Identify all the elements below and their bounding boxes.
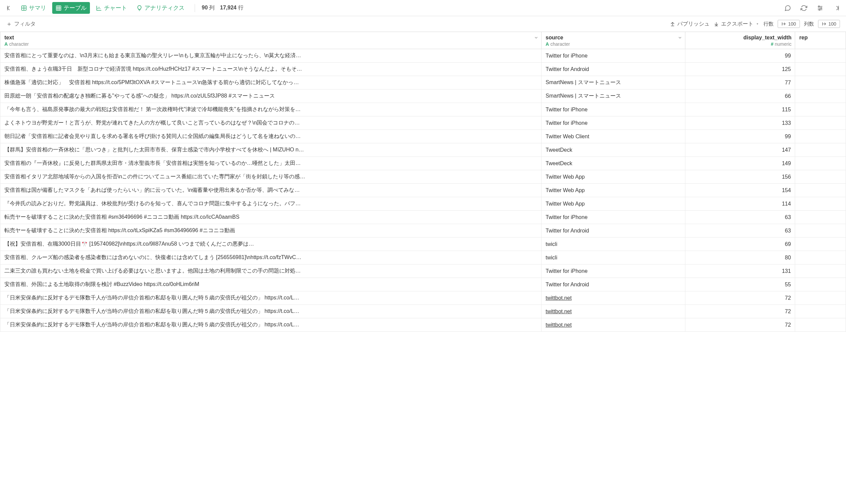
cell-text[interactable]: 田原総一朗「安倍首相の配慮なき独断に募る"やってる感"への疑念」 https:/… [0, 90, 541, 103]
refresh-icon[interactable] [799, 3, 809, 13]
cell-rep[interactable] [795, 116, 846, 130]
cell-source[interactable]: Twitter for Android [541, 278, 685, 291]
cell-rep[interactable] [795, 90, 846, 103]
cell-rep[interactable] [795, 251, 846, 265]
cols-count-box[interactable]: 100 [818, 20, 840, 28]
cell-text[interactable]: 安倍首相にとって重要なのは、\n3月末にも始まる東京五輪の聖火リレー\nもし東京… [0, 49, 541, 62]
table-row[interactable]: 『今井氏の読みどおりだ。野党議員は、休校批判が受けるのを知って、喜んでコロナ問題… [0, 197, 846, 211]
rows-count-box[interactable]: 100 [778, 20, 799, 28]
cell-width[interactable]: 72 [685, 318, 795, 332]
cell-text[interactable]: 「日米安保条約に反対するデモ隊数千人が当時の岸信介首相の私邸を取り囲んだ時５歳の… [0, 305, 541, 318]
cell-width[interactable]: 156 [685, 170, 795, 184]
cell-width[interactable]: 115 [685, 103, 795, 116]
back-icon[interactable] [5, 3, 15, 13]
table-row[interactable]: 転売ヤーを破壊することに決めた安倍首相 https://t.co/tLxSpiK… [0, 224, 846, 237]
chevron-down-icon[interactable] [534, 35, 538, 40]
cell-width[interactable]: 99 [685, 49, 795, 62]
cell-width[interactable]: 55 [685, 278, 795, 291]
tab-chart[interactable]: チャート [92, 2, 130, 14]
cell-width[interactable]: 114 [685, 197, 795, 211]
source-link[interactable]: twittbot.net [546, 322, 571, 328]
col-header-width[interactable]: display_text_width #numeric [685, 32, 795, 49]
cell-rep[interactable] [795, 211, 846, 224]
cell-text[interactable]: 転売ヤーを破壊することに決めた安倍首相 #sm36496696 #ニコニコ動画 … [0, 211, 541, 224]
cell-rep[interactable] [795, 184, 846, 197]
cell-text[interactable]: 「今年も言う、福島原発事故の最大の戦犯は安倍首相だ！ 第一次政権時代"津波で冷却… [0, 103, 541, 116]
cell-width[interactable]: 131 [685, 265, 795, 278]
cell-width[interactable]: 63 [685, 224, 795, 237]
cell-rep[interactable] [795, 103, 846, 116]
cell-rep[interactable] [795, 170, 846, 184]
cell-text[interactable]: 株価急落「適切に対応」 安倍首相 https://t.co/5PMf3tOXVA… [0, 76, 541, 90]
cell-source[interactable]: twittbot.net [541, 291, 685, 305]
col-header-text[interactable]: text Acharacter [0, 32, 541, 49]
cell-source[interactable]: twittbot.net [541, 305, 685, 318]
cell-rep[interactable] [795, 130, 846, 143]
table-row[interactable]: 安倍首相、外国による土地取得の制限を検討 #BuzzVideo https://… [0, 278, 846, 291]
cell-rep[interactable] [795, 49, 846, 62]
col-header-rep[interactable]: rep [795, 32, 846, 49]
cell-source[interactable]: TweetDeck [541, 143, 685, 157]
cell-width[interactable]: 154 [685, 184, 795, 197]
table-row[interactable]: 安倍首相イタリア北部地域等からの入国を拒否\nこの件についてニュース番組に出てい… [0, 170, 846, 184]
filter-button[interactable]: ＋ フィルタ [6, 20, 36, 28]
cell-rep[interactable] [795, 305, 846, 318]
cell-source[interactable]: twicli [541, 251, 685, 265]
cell-text[interactable]: 安倍首相イタリア北部地域等からの入国を拒否\nこの件についてニュース番組に出てい… [0, 170, 541, 184]
cell-source[interactable]: Twitter for iPhone [541, 103, 685, 116]
chevron-down-icon[interactable] [788, 35, 792, 40]
tab-summary[interactable]: サマリ [18, 2, 50, 14]
table-row[interactable]: 安倍首相は国が備蓄したマスクを「あれば使ったらいい」的に云っていた。\n備蓄量や… [0, 184, 846, 197]
cell-width[interactable]: 80 [685, 251, 795, 265]
cell-source[interactable]: twittbot.net [541, 318, 685, 332]
cell-source[interactable]: Twitter Web Client [541, 130, 685, 143]
col-header-source[interactable]: source Acharacter [541, 32, 685, 49]
cell-rep[interactable] [795, 318, 846, 332]
cell-text[interactable]: 【群馬】安倍首相の一斉休校に「思いつき」と批判した太田市市長、保育士感染で市内小… [0, 143, 541, 157]
table-row[interactable]: 安倍首相にとって重要なのは、\n3月末にも始まる東京五輪の聖火リレー\nもし東京… [0, 49, 846, 62]
cell-text[interactable]: 『今井氏の読みどおりだ。野党議員は、休校批判が受けるのを知って、喜んでコロナ問題… [0, 197, 541, 211]
cell-text[interactable]: 【祝】安倍首相、在職3000日目🎌 [195740982]\nhttps://t… [0, 237, 541, 251]
cell-source[interactable]: Twitter for iPhone [541, 116, 685, 130]
tab-analytics[interactable]: アナリティクス [133, 2, 188, 14]
table-row[interactable]: 朝日記者「安倍首相に記者会見やり直しを求める署名を呼び掛ける賛同人に全国紙の編集… [0, 130, 846, 143]
table-row[interactable]: 田原総一朗「安倍首相の配慮なき独断に募る"やってる感"への疑念」 https:/… [0, 90, 846, 103]
table-row[interactable]: 「日米安保条約に反対するデモ隊数千人が当時の岸信介首相の私邸を取り囲んだ時５歳の… [0, 318, 846, 332]
cell-source[interactable]: Twitter Web App [541, 184, 685, 197]
cell-source[interactable]: twicli [541, 237, 685, 251]
cell-width[interactable]: 99 [685, 130, 795, 143]
table-row[interactable]: 安倍首相の『一斉休校』に反発した群馬県太田市・清水聖義市長「安倍首相は実態を知っ… [0, 157, 846, 170]
cell-rep[interactable] [795, 265, 846, 278]
table-row[interactable]: 安倍首相、きょう在職3千日 新型コロナで経済苦境 https://t.co/Hu… [0, 62, 846, 76]
cell-text[interactable]: 安倍首相、きょう在職3千日 新型コロナで経済苦境 https://t.co/Hu… [0, 62, 541, 76]
cell-width[interactable]: 147 [685, 143, 795, 157]
cell-rep[interactable] [795, 291, 846, 305]
cell-width[interactable]: 149 [685, 157, 795, 170]
cell-source[interactable]: SmartNews | スマートニュース [541, 90, 685, 103]
cell-source[interactable]: TweetDeck [541, 157, 685, 170]
publish-button[interactable]: パブリッシュ [670, 20, 710, 28]
cell-text[interactable]: 安倍首相の『一斉休校』に反発した群馬県太田市・清水聖義市長「安倍首相は実態を知っ… [0, 157, 541, 170]
cell-text[interactable]: 朝日記者「安倍首相に記者会見やり直しを求める署名を呼び掛ける賛同人に全国紙の編集… [0, 130, 541, 143]
table-row[interactable]: 転売ヤーを破壊することに決めた安倍首相 #sm36496696 #ニコニコ動画 … [0, 211, 846, 224]
table-row[interactable]: 【群馬】安倍首相の一斉休校に「思いつき」と批判した太田市市長、保育士感染で市内小… [0, 143, 846, 157]
cell-width[interactable]: 77 [685, 76, 795, 90]
table-row[interactable]: よくネトウヨが野党ガー！と言うが、野党が連れてきた人の方が概して良いこと言ってい… [0, 116, 846, 130]
tab-table[interactable]: テーブル [52, 2, 90, 14]
table-row[interactable]: 「日米安保条約に反対するデモ隊数千人が当時の岸信介首相の私邸を取り囲んだ時５歳の… [0, 291, 846, 305]
cell-text[interactable]: よくネトウヨが野党ガー！と言うが、野党が連れてきた人の方が概して良いこと言ってい… [0, 116, 541, 130]
cell-source[interactable]: Twitter for Android [541, 224, 685, 237]
collapse-icon[interactable] [831, 3, 841, 13]
cell-rep[interactable] [795, 157, 846, 170]
cell-rep[interactable] [795, 197, 846, 211]
cell-width[interactable]: 72 [685, 291, 795, 305]
source-link[interactable]: twittbot.net [546, 295, 571, 301]
cell-text[interactable]: 安倍首相、外国による土地取得の制限を検討 #BuzzVideo https://… [0, 278, 541, 291]
cell-source[interactable]: SmartNews | スマートニュース [541, 76, 685, 90]
table-row[interactable]: 「今年も言う、福島原発事故の最大の戦犯は安倍首相だ！ 第一次政権時代"津波で冷却… [0, 103, 846, 116]
table-row[interactable]: 「日米安保条約に反対するデモ隊数千人が当時の岸信介首相の私邸を取り囲んだ時５歳の… [0, 305, 846, 318]
cell-rep[interactable] [795, 224, 846, 237]
table-wrap[interactable]: text Acharacter source Acharacter displa… [0, 32, 846, 504]
cell-width[interactable]: 63 [685, 211, 795, 224]
comment-icon[interactable] [783, 3, 793, 13]
